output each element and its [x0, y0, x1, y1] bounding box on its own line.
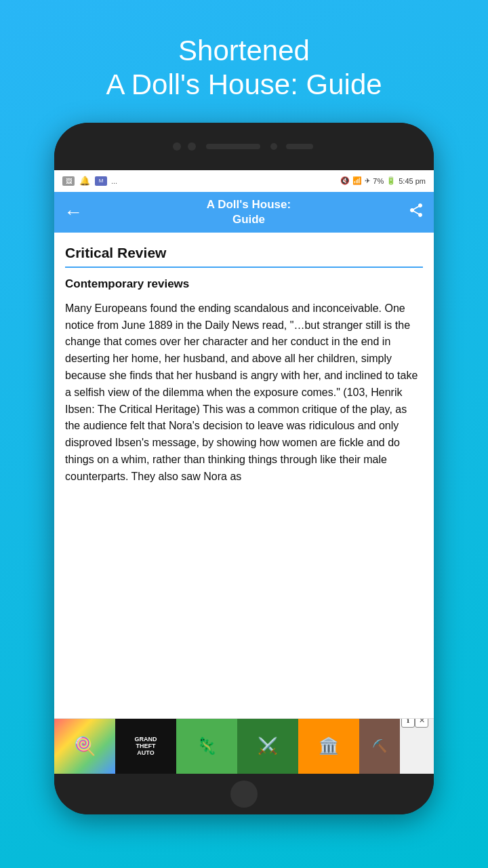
time-text: 5:45 pm — [399, 177, 426, 185]
subsection-title: Contemporary reviews — [65, 277, 423, 291]
status-dots: ... — [111, 177, 117, 185]
app-toolbar: ← A Doll's House: Guide — [54, 192, 434, 233]
status-left: 🖼 🔔 M ... — [62, 176, 117, 186]
app-header: Shortened A Doll's House: Guide — [106, 34, 382, 102]
wifi-icon: 📶 — [352, 176, 362, 185]
ad-info-button[interactable]: ℹ — [401, 718, 415, 728]
status-right: 🔇 📶 ✈ 7% 🔋 5:45 pm — [340, 176, 426, 185]
phone-screen: 🖼 🔔 M ... 🔇 📶 ✈ 7% 🔋 5:45 pm ← A Doll's … — [54, 170, 434, 774]
section-title: Critical Review — [65, 245, 423, 268]
home-button[interactable] — [230, 781, 258, 808]
power-port — [286, 144, 313, 149]
ad-game-dino[interactable]: 🦎 — [176, 718, 237, 774]
image-icon: 🖼 — [62, 176, 75, 186]
header-line2: A Doll's House: Guide — [106, 68, 382, 102]
mute-icon: 🔇 — [340, 176, 350, 185]
ad-banner: 🍭 GRAND THEFT AUTO 🦎 ⚔️ 🏛️ ⛏️ ℹ — [54, 718, 434, 774]
bell-icon: 🔔 — [79, 176, 91, 186]
toolbar-title: A Doll's House: Guide — [89, 197, 408, 227]
body-text: Many Europeans found the ending scandalo… — [65, 300, 423, 486]
ad-game-candy[interactable]: 🍭 — [54, 718, 115, 774]
share-button[interactable] — [408, 202, 424, 222]
toolbar-title-line1: A Doll's House: — [89, 197, 408, 212]
sensor-dot — [270, 143, 277, 150]
battery-icon: 🔋 — [386, 176, 396, 185]
app-icon: M — [95, 176, 107, 186]
dino-icon: 🦎 — [197, 736, 217, 755]
share-icon — [408, 202, 424, 218]
ad-game-clash[interactable]: ⚔️ — [237, 718, 298, 774]
ad-game-temple[interactable]: 🏛️ — [298, 718, 359, 774]
gta-text: GRAND — [135, 736, 157, 743]
content-area: Critical Review Contemporary reviews Man… — [54, 233, 434, 718]
battery-text: 7% — [373, 177, 384, 185]
header-line1: Shortened — [106, 34, 382, 68]
ad-close-button[interactable]: ✕ — [415, 718, 428, 728]
candy-icon: 🍭 — [74, 736, 96, 757]
ad-game-gta[interactable]: GRAND THEFT AUTO — [115, 718, 176, 774]
speaker-bar — [206, 144, 260, 149]
camera-dot-2 — [188, 142, 196, 151]
phone-top-bezel — [54, 123, 434, 170]
status-bar: 🖼 🔔 M ... 🔇 📶 ✈ 7% 🔋 5:45 pm — [54, 170, 434, 192]
phone-shell: 🖼 🔔 M ... 🔇 📶 ✈ 7% 🔋 5:45 pm ← A Doll's … — [54, 123, 434, 814]
temple-icon: 🏛️ — [319, 736, 339, 755]
clash-icon: ⚔️ — [258, 736, 278, 755]
minecraft-icon: ⛏️ — [372, 738, 387, 753]
bluetooth-icon: ✈ — [365, 177, 370, 184]
camera-dot-1 — [173, 142, 181, 151]
gta-text2: THEFT — [136, 743, 156, 749]
ad-game-minecraft[interactable]: ⛏️ — [359, 718, 400, 774]
phone-bottom-bezel — [54, 774, 434, 814]
toolbar-title-line2: Guide — [89, 212, 408, 227]
back-button[interactable]: ← — [64, 201, 83, 223]
gta-text3: AUTO — [137, 749, 154, 756]
